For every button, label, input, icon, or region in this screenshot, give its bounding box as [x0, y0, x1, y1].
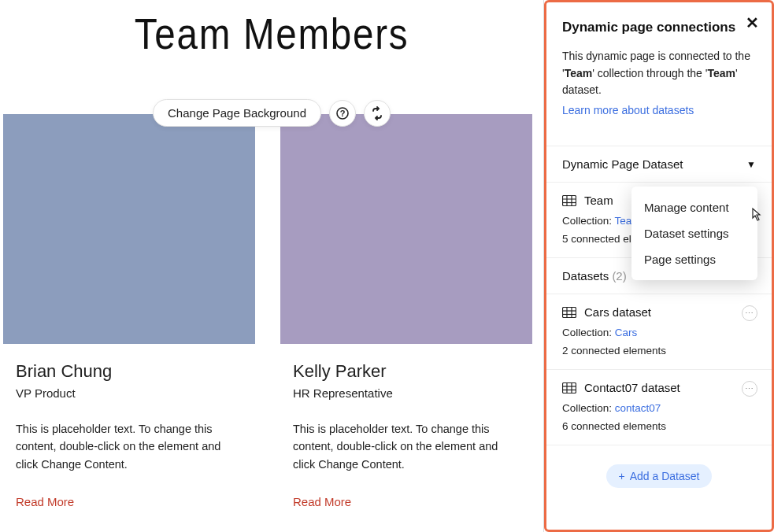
menu-dataset-settings[interactable]: Dataset settings [631, 220, 757, 246]
member-name: Kelly Parker [293, 361, 532, 382]
dynamic-page-connections-panel: ✕ Dynamic page connections This dynamic … [544, 0, 774, 532]
connected-elements-count: 6 connected elements [562, 420, 756, 432]
collection-link[interactable]: contact07 [615, 402, 661, 414]
cursor-pointer-icon [748, 205, 765, 227]
read-more-link[interactable]: Read More [293, 495, 532, 508]
connected-elements-count: 2 connected elements [562, 345, 756, 357]
chevron-down-icon: ▼ [746, 159, 756, 170]
menu-manage-content[interactable]: Manage content [631, 194, 757, 220]
plus-icon: + [619, 470, 625, 482]
section-label: Datasets [562, 269, 609, 283]
help-icon[interactable]: ? [329, 100, 356, 127]
member-photo [3, 114, 255, 344]
add-dataset-button[interactable]: + Add a Dataset [606, 464, 713, 488]
desc-text: ' collection through the ' [592, 67, 707, 79]
svg-rect-12 [563, 382, 576, 393]
dynamic-page-dataset-section-header[interactable]: Dynamic Page Dataset ▼ [546, 146, 772, 182]
page-toolbar: Change Page Background ? [153, 99, 391, 127]
member-photo [280, 114, 532, 344]
team-member-card[interactable]: Brian Chung VP Product This is placehold… [3, 114, 255, 508]
desc-dataset-name: Team [707, 67, 735, 79]
svg-rect-7 [563, 307, 576, 317]
section-label: Dynamic Page Dataset [562, 157, 683, 171]
more-options-icon[interactable]: ⋯ [742, 305, 757, 321]
editor-canvas: Team Members Change Page Background ? Br… [0, 0, 544, 532]
datasets-count: (2) [612, 269, 626, 283]
menu-page-settings[interactable]: Page settings [631, 246, 757, 272]
learn-more-link[interactable]: Learn more about datasets [562, 104, 694, 116]
collection-label: Collection: [562, 402, 612, 414]
member-role: VP Product [16, 386, 255, 400]
change-page-background-button[interactable]: Change Page Background [153, 99, 321, 127]
table-icon [562, 195, 576, 206]
table-icon [562, 382, 576, 393]
dataset-collection: Collection: contact07 [562, 402, 756, 414]
member-name: Brian Chung [16, 361, 255, 382]
svg-rect-2 [563, 195, 576, 205]
swap-icon[interactable] [364, 100, 391, 127]
collection-label: Collection: [562, 327, 612, 338]
member-description: This is placeholder text. To change this… [16, 420, 243, 473]
collection-label: Collection: [562, 215, 612, 227]
dataset-collection: Collection: Cars [562, 327, 756, 338]
member-role: HR Representative [293, 386, 532, 400]
panel-title: Dynamic page connections [562, 20, 756, 35]
panel-description: This dynamic page is connected to the 'T… [562, 48, 756, 99]
close-icon[interactable]: ✕ [746, 13, 759, 32]
dataset-card-contact07[interactable]: Contact07 dataset Collection: contact07 … [546, 369, 772, 445]
dataset-context-menu: Manage content Dataset settings Page set… [631, 187, 757, 280]
dataset-name: Cars dataset [584, 305, 651, 319]
dataset-name: Contact07 dataset [584, 381, 680, 394]
add-dataset-label: Add a Dataset [630, 470, 700, 482]
team-members-grid: Brian Chung VP Product This is placehold… [0, 114, 543, 508]
dataset-card-cars[interactable]: Cars dataset Collection: Cars 2 connecte… [546, 294, 772, 369]
collection-link[interactable]: Cars [615, 327, 638, 338]
member-description: This is placeholder text. To change this… [293, 420, 520, 473]
desc-collection-name: Team [565, 67, 593, 79]
add-dataset-row: + Add a Dataset [546, 445, 772, 507]
more-options-icon[interactable]: ⋯ [742, 381, 757, 397]
svg-text:?: ? [340, 109, 346, 118]
dataset-name: Team [584, 194, 613, 207]
table-icon [562, 307, 576, 318]
page-title: Team Members [41, 8, 503, 59]
read-more-link[interactable]: Read More [16, 495, 255, 508]
team-member-card[interactable]: Kelly Parker HR Representative This is p… [280, 114, 532, 508]
